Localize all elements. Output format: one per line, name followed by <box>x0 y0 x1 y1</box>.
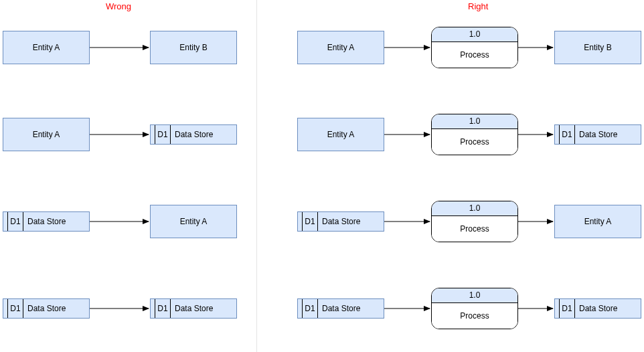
datastore-spacer <box>151 125 155 144</box>
entity-a: Entity A <box>554 205 641 238</box>
heading-wrong: Wrong <box>106 1 131 11</box>
datastore-label: Data Store <box>318 212 384 231</box>
datastore-id: D1 <box>155 299 171 318</box>
process: 1.0 Process <box>431 27 518 68</box>
process-label: Process <box>460 137 489 147</box>
entity-label: Entity A <box>33 130 60 139</box>
datastore-label: Data Store <box>575 125 641 144</box>
entity-label: Entity B <box>179 43 207 52</box>
datastore-spacer <box>151 299 155 318</box>
process-label: Process <box>460 224 489 234</box>
datastore-label: Data Store <box>318 299 384 318</box>
diagram-canvas: Wrong Right Entity A Entity B Entity A D… <box>0 0 644 352</box>
datastore: D1 Data Store <box>3 298 90 319</box>
arrow <box>384 44 431 51</box>
heading-right: Right <box>468 1 488 11</box>
arrow <box>518 44 554 51</box>
datastore-spacer <box>298 299 303 318</box>
process-id: 1.0 <box>432 114 517 129</box>
entity-label: Entity A <box>327 43 355 52</box>
process: 1.0 Process <box>431 114 518 155</box>
entity-label: Entity A <box>33 43 60 52</box>
process: 1.0 Process <box>431 288 518 329</box>
arrow <box>90 218 150 225</box>
process-id: 1.0 <box>432 27 517 42</box>
datastore-spacer <box>3 212 8 231</box>
entity-a: Entity A <box>297 31 384 64</box>
process-label: Process <box>460 311 489 321</box>
datastore: D1 Data Store <box>297 211 384 232</box>
arrow <box>518 131 554 138</box>
process-label: Process <box>460 50 489 60</box>
entity-label: Entity A <box>180 217 208 226</box>
arrow <box>518 218 554 225</box>
arrow <box>384 131 431 138</box>
datastore-spacer <box>555 125 560 144</box>
process: 1.0 Process <box>431 201 518 242</box>
datastore-id: D1 <box>8 212 23 231</box>
arrow <box>518 305 554 312</box>
entity-a: Entity A <box>3 31 90 64</box>
entity-a: Entity A <box>150 205 237 238</box>
datastore-spacer <box>298 212 303 231</box>
datastore-label: Data Store <box>23 299 89 318</box>
datastore: D1 Data Store <box>3 211 90 232</box>
arrow <box>384 218 431 225</box>
column-divider <box>256 0 257 352</box>
entity-b: Entity B <box>150 31 237 64</box>
datastore-id: D1 <box>8 299 23 318</box>
datastore-id: D1 <box>303 212 318 231</box>
process-id: 1.0 <box>432 201 517 216</box>
datastore-id: D1 <box>155 125 171 144</box>
datastore-spacer <box>3 299 8 318</box>
datastore-id: D1 <box>303 299 318 318</box>
entity-a: Entity A <box>3 118 90 151</box>
arrow <box>90 44 150 51</box>
datastore: D1 Data Store <box>150 124 237 145</box>
arrow <box>384 305 431 312</box>
datastore-label: Data Store <box>171 299 236 318</box>
datastore-id: D1 <box>560 125 575 144</box>
entity-b: Entity B <box>554 31 641 64</box>
process-id: 1.0 <box>432 288 517 303</box>
datastore: D1 Data Store <box>297 298 384 319</box>
entity-label: Entity B <box>584 43 611 52</box>
datastore: D1 Data Store <box>150 298 237 319</box>
arrow <box>90 305 150 312</box>
datastore-spacer <box>555 299 560 318</box>
arrow <box>90 131 150 138</box>
datastore-label: Data Store <box>23 212 89 231</box>
entity-label: Entity A <box>584 217 612 226</box>
datastore-label: Data Store <box>171 125 236 144</box>
entity-label: Entity A <box>327 130 355 139</box>
datastore-label: Data Store <box>575 299 641 318</box>
entity-a: Entity A <box>297 118 384 151</box>
datastore-id: D1 <box>560 299 575 318</box>
datastore: D1 Data Store <box>554 298 641 319</box>
datastore: D1 Data Store <box>554 124 641 145</box>
